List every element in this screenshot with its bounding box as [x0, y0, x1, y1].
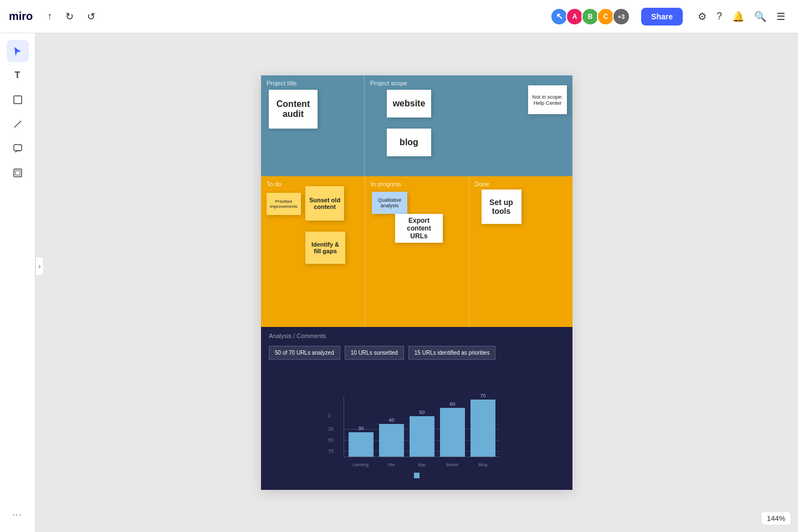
kanban-section: To do Prioritize improvements Sunset old…	[261, 176, 572, 327]
bar-chart: 75 50 25 0 30 40	[328, 369, 505, 468]
x-label-blog: Blog	[470, 462, 495, 467]
project-scope-col: Project scope website Not in scope: Help…	[365, 75, 572, 176]
y-label-50: 50	[328, 437, 334, 443]
y-label-75: 75	[328, 448, 334, 454]
blog-sticky[interactable]: blog	[387, 129, 431, 156]
canvas[interactable]: Project title Content audit Project scop…	[35, 33, 798, 532]
header: miro ↑ ↻ ↺ ↖ A B C +3 Share ⚙ ? 🔔 🔍 ☰	[0, 0, 798, 33]
project-title-col: Project title Content audit	[261, 75, 365, 176]
text-tool[interactable]: T	[7, 64, 29, 86]
sidebar: T ···	[0, 33, 35, 532]
not-in-scope-sticky[interactable]: Not in scope: Help Center	[528, 85, 567, 114]
legend-color	[414, 473, 420, 478]
todo-column: To do Prioritize improvements Sunset old…	[261, 176, 365, 327]
comment-tool[interactable]	[7, 137, 29, 160]
x-label-site: Site	[378, 462, 403, 467]
project-title-label: Project title	[267, 80, 359, 86]
website-sticky[interactable]: website	[387, 90, 431, 117]
header-icons: ⚙ ? 🔔 🔍 ☰	[694, 7, 789, 27]
notification-icon[interactable]: 🔔	[728, 7, 748, 27]
inprogress-column: In progress Qualitative analysis Export …	[365, 176, 469, 327]
analysis-section: Analysis / Comments 50 of 70 URLs analyz…	[261, 327, 572, 490]
y-label-25: 25	[328, 426, 334, 432]
svg-rect-2	[14, 145, 22, 151]
bars-container: 30 40 50 60	[344, 396, 500, 457]
svg-line-1	[14, 121, 21, 127]
line-tool[interactable]	[7, 113, 29, 135]
more-tools[interactable]: ···	[7, 503, 29, 525]
x-labels: Landing Site App Brand Blog	[344, 462, 500, 467]
svg-rect-0	[14, 96, 22, 104]
analysis-label: Analysis / Comments	[269, 332, 565, 339]
sticky-note-tool[interactable]	[7, 89, 29, 111]
stat-box-1: 50 of 70 URLs analyzed	[269, 346, 340, 360]
inprogress-label: In progress	[371, 181, 463, 187]
chart-legend	[414, 473, 420, 478]
done-column: Done Set up tools	[469, 176, 573, 327]
miro-logo[interactable]: miro	[9, 10, 33, 23]
identify-sticky[interactable]: Identify & fill gaps	[305, 232, 345, 264]
bar-app: 50	[410, 410, 434, 457]
chart-stats: 50 of 70 URLs analyzed 10 URLs sunsetted…	[269, 346, 565, 360]
bar-blog: 70	[470, 393, 495, 457]
done-label: Done	[475, 181, 567, 187]
collaborator-avatars: ↖ A B C +3	[550, 8, 630, 25]
export-urls-sticky[interactable]: Export content URLs	[395, 214, 443, 243]
panels-icon[interactable]: ☰	[773, 7, 789, 27]
help-icon[interactable]: ?	[713, 7, 726, 26]
undo-button[interactable]: ↻	[62, 7, 77, 26]
search-icon[interactable]: 🔍	[750, 7, 770, 27]
svg-rect-4	[16, 171, 20, 175]
bar-site: 40	[379, 417, 404, 457]
redo-button[interactable]: ↺	[84, 7, 99, 26]
content-audit-sticky[interactable]: Content audit	[269, 90, 318, 129]
y-label-0: 0	[328, 413, 331, 418]
share-button[interactable]: Share	[641, 8, 683, 25]
project-section: Project title Content audit Project scop…	[261, 75, 572, 176]
svg-rect-3	[14, 169, 22, 177]
upload-button[interactable]: ↑	[44, 7, 55, 25]
set-up-tools-sticky[interactable]: Set up tools	[482, 190, 521, 224]
board: Project title Content audit Project scop…	[261, 75, 572, 490]
frame-tool[interactable]	[7, 162, 29, 184]
sunset-sticky[interactable]: Sunset old content	[305, 186, 344, 221]
x-label-landing: Landing	[348, 462, 373, 467]
cursor-tool[interactable]	[7, 40, 29, 62]
expand-sidebar-button[interactable]: ›	[35, 257, 44, 275]
settings-icon[interactable]: ⚙	[694, 7, 710, 27]
zoom-indicator: 144%	[761, 511, 791, 525]
stat-box-2: 10 URLs sunsetted	[345, 346, 404, 360]
avatar-overflow[interactable]: +3	[612, 8, 630, 25]
x-label-brand: Brand	[440, 462, 465, 467]
prioritize-sticky[interactable]: Prioritize improvements	[267, 193, 301, 215]
qualitative-sticky[interactable]: Qualitative analysis	[372, 192, 407, 214]
x-label-app: App	[409, 462, 434, 467]
bar-landing: 30	[349, 426, 374, 457]
stat-box-3: 15 URLs identified as priorities	[408, 346, 496, 360]
bar-brand: 60	[440, 401, 465, 457]
